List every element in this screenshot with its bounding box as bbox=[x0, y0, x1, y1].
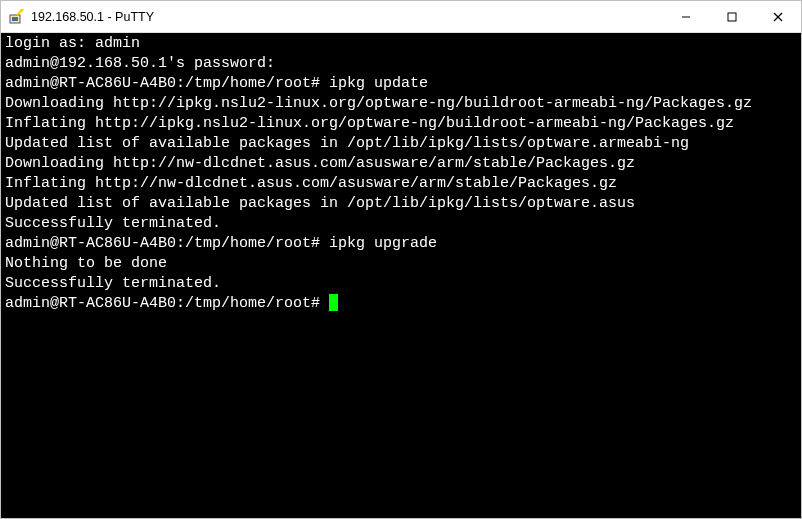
terminal-line: Updated list of available packages in /o… bbox=[5, 195, 635, 212]
terminal-line: admin@192.168.50.1's password: bbox=[5, 55, 275, 72]
maximize-button[interactable] bbox=[709, 1, 755, 32]
terminal-cursor bbox=[329, 294, 338, 311]
terminal-line: Updated list of available packages in /o… bbox=[5, 135, 689, 152]
terminal-line: Successfully terminated. bbox=[5, 215, 221, 232]
svg-rect-1 bbox=[12, 17, 18, 21]
close-button[interactable] bbox=[755, 1, 801, 32]
terminal-line: Successfully terminated. bbox=[5, 275, 221, 292]
terminal-line: login as: admin bbox=[5, 35, 140, 52]
terminal-line: Inflating http://nw-dlcdnet.asus.com/asu… bbox=[5, 175, 617, 192]
window-controls bbox=[663, 1, 801, 32]
putty-icon bbox=[9, 9, 25, 25]
terminal-line: Downloading http://ipkg.nslu2-linux.org/… bbox=[5, 95, 752, 112]
putty-window: 192.168.50.1 - PuTTY login as: admin adm… bbox=[0, 0, 802, 519]
terminal-line: Inflating http://ipkg.nslu2-linux.org/op… bbox=[5, 115, 734, 132]
terminal-line: Nothing to be done bbox=[5, 255, 167, 272]
minimize-button[interactable] bbox=[663, 1, 709, 32]
terminal-line: Downloading http://nw-dlcdnet.asus.com/a… bbox=[5, 155, 635, 172]
terminal-line: admin@RT-AC86U-A4B0:/tmp/home/root# bbox=[5, 295, 329, 312]
terminal-line: admin@RT-AC86U-A4B0:/tmp/home/root# ipkg… bbox=[5, 235, 437, 252]
titlebar[interactable]: 192.168.50.1 - PuTTY bbox=[1, 1, 801, 33]
svg-rect-5 bbox=[728, 13, 736, 21]
terminal-line: admin@RT-AC86U-A4B0:/tmp/home/root# ipkg… bbox=[5, 75, 428, 92]
window-title: 192.168.50.1 - PuTTY bbox=[31, 10, 663, 24]
terminal-area[interactable]: login as: admin admin@192.168.50.1's pas… bbox=[1, 33, 801, 518]
